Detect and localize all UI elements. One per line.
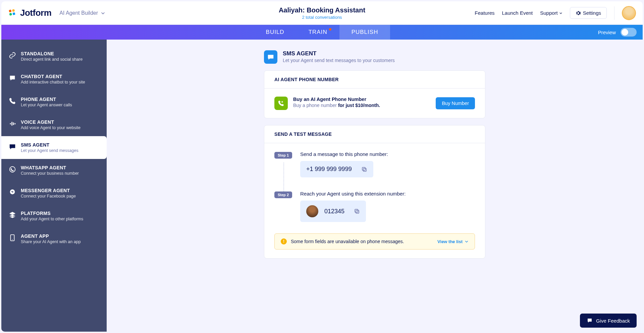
sidebar-sub: Let your Agent answer calls [21, 103, 72, 107]
messenger-icon [9, 188, 16, 196]
notification-dot-icon [329, 28, 331, 31]
preview-toggle[interactable] [621, 28, 637, 37]
sidebar-sub: Add interactive chatbot to your site [21, 80, 85, 85]
logo-text: Jotform [20, 8, 51, 18]
sidebar-item-phone[interactable]: PHONE AGENTLet your Agent answer calls [1, 91, 107, 113]
step-label: Reach your Agent using this extension nu… [300, 191, 475, 197]
sidebar-sub: Let your Agent send messages [21, 148, 78, 153]
view-list-label: View the list [437, 239, 463, 244]
test-message-card: SEND A TEST MESSAGE Step 1 Send a messag… [264, 125, 485, 259]
chat-icon [9, 74, 16, 82]
sms-icon [9, 143, 16, 150]
divider [614, 6, 614, 20]
svg-rect-3 [12, 12, 15, 15]
card-header: AI AGENT PHONE NUMBER [264, 71, 485, 89]
sidebar-item-agentapp[interactable]: AGENT APPShare your AI Agent with an app [1, 227, 107, 250]
chevron-down-icon [465, 239, 469, 243]
feedback-label: Give Feedback [596, 318, 630, 324]
page-header: SMS AGENT Let your Agent send text messa… [264, 50, 485, 64]
step-pill: Step 2 [274, 191, 292, 198]
nav-support-label: Support [540, 10, 558, 16]
sidebar-sub: Connect your business number [21, 171, 79, 176]
topbar: Jotform AI Agent Builder Aaliyah: Bookin… [1, 1, 643, 25]
copy-icon [361, 166, 367, 172]
svg-rect-9 [362, 167, 365, 170]
nav-features[interactable]: Features [475, 10, 494, 16]
agent-header: Aaliyah: Booking Assistant 2 total conve… [279, 6, 365, 20]
tab-train-label: TRAIN [309, 29, 327, 36]
svg-rect-10 [356, 210, 359, 213]
sidebar-sub: Add your Agent to other platforms [21, 217, 83, 221]
chevron-down-icon [559, 11, 562, 15]
sidebar-sub: Direct agent link and social share [21, 57, 83, 62]
tab-publish[interactable]: PUBLISH [339, 25, 390, 40]
extension-value: 012345 [324, 208, 344, 215]
sidebar-sub: Share your AI Agent with an app [21, 239, 81, 244]
nav-launch[interactable]: Launch Event [502, 10, 533, 16]
warning-icon: ! [281, 238, 287, 244]
phone-buy-icon [274, 97, 288, 110]
sidebar-title: STANDALONE [21, 51, 83, 56]
gear-icon [576, 10, 581, 16]
step-label: Send a message to this phone number: [300, 151, 475, 157]
svg-point-4 [10, 167, 15, 172]
test-step-1: Step 1 Send a message to this phone numb… [274, 151, 475, 177]
sms-agent-icon [264, 50, 277, 64]
buy-number-button[interactable]: Buy Number [436, 97, 475, 109]
svg-rect-11 [355, 209, 358, 212]
sidebar: STANDALONEDirect agent link and social s… [1, 40, 107, 332]
warning-text: Some form fields are unavailable on phon… [291, 239, 404, 244]
sidebar-title: MESSENGER AGENT [21, 188, 76, 193]
whatsapp-icon [9, 166, 16, 173]
sidebar-item-sms[interactable]: SMS AGENTLet your Agent send messages [1, 136, 107, 159]
logo-icon [8, 8, 17, 18]
settings-button[interactable]: Settings [570, 7, 607, 19]
feedback-icon [587, 318, 593, 324]
step-connector [283, 163, 284, 194]
phone-number-card: AI AGENT PHONE NUMBER Buy an AI Agent Ph… [264, 70, 485, 118]
preview-label: Preview [598, 30, 616, 35]
svg-rect-2 [9, 13, 12, 16]
sidebar-item-platforms[interactable]: PLATFORMSAdd your Agent to other platfor… [1, 205, 107, 227]
main-content: SMS AGENT Let your Agent send text messa… [107, 40, 643, 332]
voice-icon [9, 120, 16, 127]
svg-rect-1 [12, 9, 15, 12]
tab-build[interactable]: BUILD [254, 25, 297, 40]
user-avatar[interactable] [622, 6, 636, 20]
agent-name: Aaliyah: Booking Assistant [279, 6, 365, 14]
conversations-link[interactable]: 2 total conversations [279, 15, 365, 20]
sidebar-title: VOICE AGENT [21, 119, 80, 125]
copy-button[interactable] [361, 166, 367, 172]
sidebar-title: WHATSAPP AGENT [21, 165, 79, 170]
sidebar-item-voice[interactable]: VOICE AGENTAdd voice Agent to your websi… [1, 113, 107, 136]
page-desc: Let your Agent send text messages to you… [283, 58, 395, 63]
svg-rect-0 [9, 9, 12, 12]
sidebar-item-whatsapp[interactable]: WHATSAPP AGENTConnect your business numb… [1, 159, 107, 182]
agent-avatar-icon [306, 205, 318, 217]
sidebar-item-standalone[interactable]: STANDALONEDirect agent link and social s… [1, 45, 107, 68]
sidebar-item-chatbot[interactable]: CHATBOT AGENTAdd interactive chatbot to … [1, 68, 107, 91]
give-feedback-button[interactable]: Give Feedback [580, 314, 637, 328]
warning-banner: ! Some form fields are unavailable on ph… [274, 233, 475, 249]
mobile-icon [9, 234, 16, 241]
svg-point-7 [12, 239, 13, 240]
copy-button[interactable] [354, 208, 360, 214]
jotform-logo[interactable]: Jotform [8, 8, 51, 18]
view-list-link[interactable]: View the list [437, 239, 469, 244]
sidebar-title: AGENT APP [21, 233, 81, 239]
copy-icon [354, 208, 360, 214]
settings-label: Settings [583, 10, 601, 16]
step-pill: Step 1 [274, 152, 292, 159]
sidebar-title: PLATFORMS [21, 211, 83, 216]
svg-rect-6 [11, 235, 14, 241]
chevron-down-icon [101, 11, 105, 15]
sidebar-item-messenger[interactable]: MESSENGER AGENTConnect your Facebook pag… [1, 182, 107, 205]
sidebar-title: PHONE AGENT [21, 97, 72, 102]
phone-icon [9, 97, 16, 105]
buy-title: Buy an AI Agent Phone Number [293, 97, 380, 102]
tab-train[interactable]: TRAIN [297, 25, 339, 40]
app-title: AI Agent Builder [59, 10, 98, 16]
nav-support[interactable]: Support [540, 10, 562, 16]
app-title-dropdown[interactable]: AI Agent Builder [59, 10, 105, 16]
sidebar-title: SMS AGENT [21, 142, 78, 148]
